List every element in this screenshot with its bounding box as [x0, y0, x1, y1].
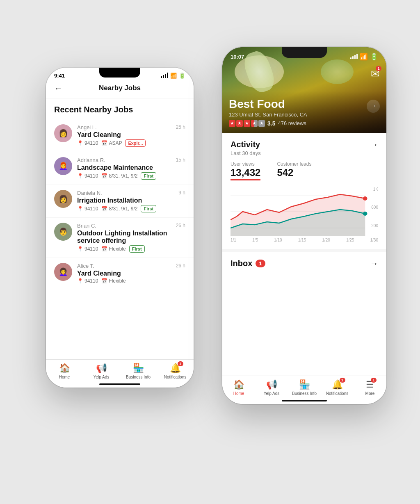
- more-badge-2: 1: [371, 378, 377, 383]
- customer-leads-stat: Customer leads 542: [277, 161, 311, 180]
- back-button[interactable]: ←: [54, 84, 62, 93]
- x-label-6: 1/25: [346, 238, 354, 242]
- home-icon-1: 🏠: [59, 363, 70, 374]
- nav-business-2[interactable]: 🏪 Business Info: [288, 379, 321, 396]
- nav-notifications-2[interactable]: 🔔1 Notifications: [321, 379, 354, 396]
- activity-arrow[interactable]: →: [370, 140, 378, 149]
- job-title-4: Outdoor Lighting Installation service of…: [77, 230, 185, 244]
- business-icon-2: 🏪: [299, 379, 310, 390]
- ads-icon-2: 📢: [266, 379, 277, 390]
- y-label-200: 200: [366, 223, 378, 228]
- header-1: ← Nearby Jobs: [46, 80, 194, 98]
- ads-icon-1: 📢: [96, 363, 107, 374]
- star-4: ★: [251, 120, 258, 127]
- nav-notifications-1[interactable]: 🔔1 Notifications: [157, 363, 194, 379]
- chart-y-labels: 1K 600 200: [366, 187, 378, 228]
- nav-notifications-label-1: Notifications: [164, 375, 186, 379]
- inbox-badge: 1: [256, 260, 265, 267]
- inbox-arrow[interactable]: →: [370, 259, 378, 268]
- job-time-2: 15 h: [176, 157, 185, 163]
- job-item-2[interactable]: 👩‍🦰 Adrianna R. 15 h Landscape Maintenan…: [46, 152, 194, 185]
- job-title-5: Yard Cleaning: [77, 270, 185, 277]
- job-schedule-2: 📅 8/31, 9/1, 9/2: [101, 173, 137, 179]
- job-title-1: Yard Cleaning: [77, 131, 185, 139]
- user-views-value: 13,432: [231, 167, 260, 180]
- business-address: 123 Umiat St. San Francisco, CA: [229, 112, 380, 118]
- scene: 9:41 📶 🔋 ← Nearby Jobs Rece: [25, 27, 395, 478]
- job-badge-2: First: [141, 172, 156, 180]
- nav-ads-2[interactable]: 📢 Yelp Ads: [255, 379, 288, 396]
- avatar-3: 👩: [54, 190, 72, 208]
- job-content-2: Adrianna R. 15 h Landscape Maintenance 📍…: [77, 157, 185, 180]
- customer-leads-label: Customer leads: [277, 161, 311, 167]
- job-item-3[interactable]: 👩 Daniela N. 9 h Irrigation Installation…: [46, 185, 194, 218]
- activity-header: Activity →: [231, 140, 378, 149]
- chart-svg: [231, 187, 378, 236]
- wifi-icon-2: 📶: [360, 53, 368, 61]
- star-3: ★: [244, 120, 250, 127]
- job-item-1[interactable]: 👩 Angel L. 25 h Yard Cleaning 📍 94110 📅 …: [46, 119, 194, 152]
- page-title-1: Nearby Jobs: [66, 84, 173, 92]
- notch-2: [282, 47, 327, 58]
- status-icons-2: 📶 🔋: [350, 53, 378, 61]
- job-zip-5: 📍 94110: [77, 278, 98, 284]
- x-label-1: 1/1: [231, 238, 236, 242]
- nav-more-label-2: More: [365, 391, 375, 396]
- customer-leads-value: 542: [277, 167, 311, 178]
- job-schedule-5: 📅 Flexible: [101, 278, 126, 284]
- user-views-stat: User views 13,432: [231, 161, 260, 180]
- nav-home-1[interactable]: 🏠 Home: [46, 363, 83, 379]
- signal-icon: [161, 73, 168, 78]
- hero-section: 10:07 📶 🔋 ✉: [222, 47, 386, 133]
- notifications-icon-2: 🔔1: [332, 379, 343, 390]
- stats-row: User views 13,432 Customer leads 542: [231, 161, 378, 180]
- section-title-1: Recent Nearby Jobs: [46, 98, 194, 119]
- status-time-2: 10:07: [231, 54, 244, 60]
- job-name-1: Angel L.: [77, 124, 97, 130]
- user-views-label: User views: [231, 161, 260, 167]
- job-list: 👩 Angel L. 25 h Yard Cleaning 📍 94110 📅 …: [46, 119, 194, 289]
- nav-business-label-2: Business Info: [292, 391, 317, 396]
- job-meta-2: 📍 94110 📅 8/31, 9/1, 9/2 First: [77, 172, 185, 180]
- star-2: ★: [236, 120, 243, 127]
- battery-icon: 🔋: [179, 73, 185, 79]
- x-label-7: 1/30: [370, 238, 378, 242]
- job-zip-3: 📍 94110: [77, 206, 98, 212]
- job-content-3: Daniela N. 9 h Irrigation Installation 📍…: [77, 190, 185, 212]
- nav-notifications-label-2: Notifications: [326, 391, 348, 396]
- job-schedule-4: 📅 Flexible: [101, 246, 126, 252]
- nav-more-2[interactable]: ☰1 More: [354, 379, 386, 396]
- avatar-5: 👩‍🦱: [54, 263, 72, 281]
- avatar-1: 👩: [54, 124, 72, 142]
- nav-ads-1[interactable]: 📢 Yelp Ads: [83, 363, 120, 379]
- food-decoration-3: [321, 59, 354, 84]
- star-rating: ★ ★ ★ ★ ★: [229, 120, 265, 127]
- battery-icon-2: 🔋: [370, 53, 378, 61]
- x-label-2: 1/5: [252, 238, 258, 242]
- review-count: 476 reviews: [278, 120, 306, 126]
- activity-subtitle: Last 30 days: [231, 150, 378, 156]
- x-label-3: 1/10: [274, 238, 282, 242]
- activity-title: Activity: [231, 140, 260, 149]
- nav-home-2[interactable]: 🏠 Home: [222, 379, 255, 396]
- notifications-icon-1: 🔔1: [170, 363, 181, 374]
- job-badge-1: Expir...: [125, 139, 146, 147]
- job-content-5: Alice T. 26 h Yard Cleaning 📍 94110 📅 Fl…: [77, 263, 185, 284]
- job-name-3: Daniela N.: [77, 190, 102, 196]
- job-time-3: 9 h: [178, 190, 185, 196]
- job-item-5[interactable]: 👩‍🦱 Alice T. 26 h Yard Cleaning 📍 94110 …: [46, 258, 194, 289]
- nav-business-1[interactable]: 🏪 Business Info: [120, 363, 157, 379]
- home-indicator-2: [282, 400, 327, 401]
- job-schedule-1: 📅 ASAP: [101, 140, 122, 146]
- job-name-4: Brian C.: [77, 223, 96, 229]
- rating-number: 3.5: [267, 120, 275, 127]
- avatar-2: 👩‍🦰: [54, 157, 72, 175]
- notifications-badge-1: 1: [178, 361, 183, 366]
- job-content-4: Brian C. 26 h Outdoor Lighting Installat…: [77, 223, 185, 253]
- star-5: ★: [258, 120, 265, 127]
- wifi-icon: 📶: [170, 73, 177, 79]
- job-item-4[interactable]: 👨 Brian C. 26 h Outdoor Lighting Install…: [46, 218, 194, 258]
- activity-section: Activity → Last 30 days User views 13,43…: [222, 133, 386, 249]
- job-title-2: Landscape Maintenance: [77, 164, 185, 171]
- message-button[interactable]: ✉ 1: [371, 68, 380, 80]
